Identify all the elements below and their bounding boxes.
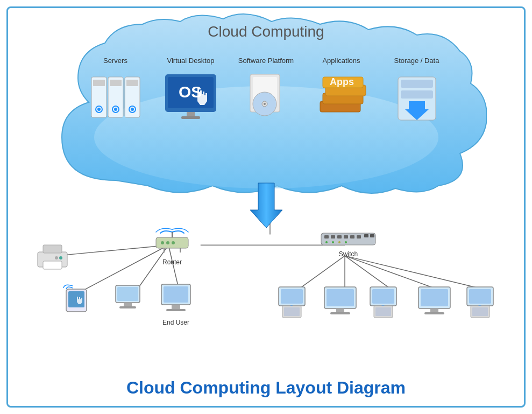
svg-rect-102 (472, 307, 488, 316)
svg-rect-63 (166, 309, 186, 311)
svg-point-72 (332, 241, 334, 243)
svg-point-73 (338, 241, 341, 243)
switch-icon: Switch (320, 229, 377, 258)
svg-rect-75 (364, 234, 368, 237)
svg-point-71 (325, 241, 328, 243)
svg-rect-67 (337, 235, 342, 238)
svg-rect-61 (164, 286, 188, 303)
virtual-desktop-label: Virtual Desktop (167, 57, 215, 65)
cloud-item-storage: Storage / Data (382, 57, 452, 128)
printer-icon (35, 242, 70, 272)
servers-icon (86, 69, 145, 128)
svg-point-49 (161, 241, 164, 244)
svg-point-46 (55, 256, 58, 259)
svg-rect-17 (181, 116, 200, 119)
switch-desktop-1 (277, 285, 307, 320)
down-arrow (245, 180, 288, 231)
svg-rect-86 (330, 312, 350, 314)
svg-rect-94 (421, 289, 448, 306)
switch-desktop-2 (368, 285, 398, 320)
switch-monitor-2 (417, 285, 452, 320)
svg-rect-44 (43, 261, 62, 269)
svg-rect-59 (119, 306, 136, 308)
svg-rect-88 (372, 289, 394, 304)
svg-rect-96 (424, 312, 444, 314)
cloud-item-software-platform: Software Platform (231, 57, 301, 128)
cloud-item-applications: Applications Apps (307, 57, 377, 128)
svg-rect-95 (430, 308, 438, 312)
storage-icon (387, 69, 446, 128)
software-platform-label: Software Platform (238, 57, 294, 65)
svg-rect-70 (357, 235, 361, 238)
svg-rect-62 (172, 305, 180, 309)
svg-rect-57 (117, 287, 138, 301)
svg-rect-69 (350, 235, 354, 238)
svg-point-50 (166, 241, 169, 244)
svg-text:Apps: Apps (330, 76, 354, 87)
applications-icon: Apps (312, 69, 371, 128)
svg-rect-98 (469, 289, 491, 304)
cloud-item-virtual-desktop: Virtual Desktop OS (156, 57, 226, 128)
svg-rect-78 (281, 289, 303, 304)
svg-rect-84 (327, 289, 354, 306)
cloud-items-row: Servers (78, 57, 455, 128)
svg-rect-2 (93, 80, 105, 86)
svg-rect-76 (370, 234, 374, 237)
svg-point-4 (97, 108, 101, 111)
svg-rect-58 (124, 303, 132, 306)
switch-desktop-3 (465, 285, 495, 320)
svg-rect-85 (336, 308, 344, 312)
diagram-container: Cloud Computing Servers (6, 6, 526, 408)
svg-point-8 (114, 108, 117, 111)
svg-rect-82 (284, 307, 300, 316)
switch-label: Switch (339, 250, 358, 258)
software-platform-icon (237, 69, 296, 128)
end-user-label: End User (162, 319, 189, 326)
svg-rect-30 (401, 90, 433, 99)
servers-label: Servers (103, 57, 127, 65)
svg-rect-6 (110, 80, 122, 86)
storage-label: Storage / Data (394, 57, 439, 65)
svg-point-22 (264, 103, 266, 105)
svg-rect-92 (375, 307, 391, 316)
svg-rect-43 (43, 245, 62, 253)
cloud-item-servers: Servers (81, 57, 151, 128)
desktop-small-icon (113, 283, 143, 315)
svg-rect-29 (401, 80, 433, 88)
svg-point-51 (172, 241, 175, 244)
bottom-title: Cloud Computing Layout Diagram (8, 378, 524, 398)
virtual-desktop-icon: OS (161, 69, 221, 128)
svg-point-74 (345, 241, 347, 243)
applications-label: Applications (322, 57, 360, 65)
svg-rect-66 (331, 235, 335, 238)
cloud-container: Cloud Computing Servers (46, 13, 487, 197)
svg-rect-68 (344, 235, 348, 238)
switch-monitor-1 (323, 285, 358, 320)
router-label: Router (162, 258, 182, 266)
cloud-heading: Cloud Computing (208, 23, 324, 40)
router-icon: Router (151, 228, 194, 266)
svg-rect-10 (126, 80, 138, 86)
svg-point-12 (131, 108, 134, 111)
svg-rect-65 (324, 235, 329, 238)
svg-rect-16 (187, 112, 195, 116)
end-user-monitor-icon: End User (160, 283, 192, 318)
svg-point-45 (59, 256, 62, 259)
tablet-icon (62, 283, 91, 315)
